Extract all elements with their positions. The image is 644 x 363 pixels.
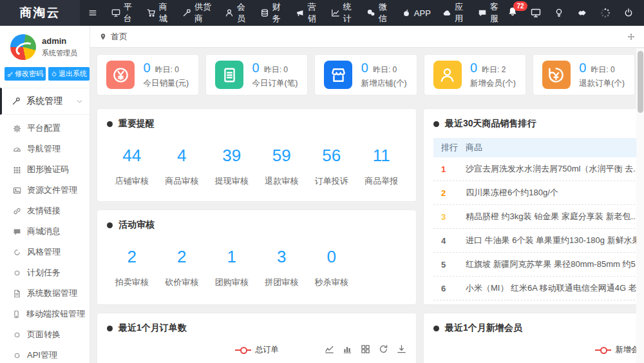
yen-refund-icon <box>542 61 571 89</box>
notification-bell-button[interactable]: 72 <box>507 6 518 19</box>
stat-card-value: 0 <box>252 61 260 75</box>
stat-card-value: 0 <box>143 61 150 75</box>
tachometer-icon <box>12 145 21 153</box>
sidebar-item-API管理[interactable]: API管理 <box>0 345 90 363</box>
doc-icon <box>215 61 243 89</box>
stat-团购审核[interactable]: 1团购审核 <box>207 247 256 288</box>
stat-value: 2 <box>107 247 156 267</box>
sidebar-group-system-management[interactable]: 系统管理 <box>0 88 90 115</box>
stat-card-新增店铺(个)[interactable]: 0昨日: 0新增店铺(个) <box>314 54 417 95</box>
sidebar-item-label: 风格管理 <box>27 246 61 258</box>
stat-value: 1 <box>207 247 256 267</box>
panel-activity-review: 活动审核 2拍卖审核2砍价审核1团购审核3拼团审核0秒杀审核 <box>97 210 417 305</box>
sidebar-item-导航管理[interactable]: 导航管理 <box>0 139 90 159</box>
top-nav-menu: 平台商城供货商会员财务营销统计微信APP应用客服 <box>106 0 507 26</box>
nav-item-comment[interactable]: 客服 <box>472 0 507 26</box>
circle-o-icon <box>12 269 21 277</box>
stat-label: 秒杀审核 <box>307 277 356 288</box>
nav-item-apple[interactable]: APP <box>396 0 437 26</box>
stat-提现审核[interactable]: 39提现审核 <box>207 146 256 187</box>
stat-拍卖审核[interactable]: 2拍卖审核 <box>107 247 156 288</box>
nav-item-cart[interactable]: 商城 <box>141 0 176 26</box>
tool-line-icon[interactable] <box>325 344 334 354</box>
rank-row-1[interactable]: 1沙宣去屑洗发水水润去屑750ml（水润平衡 去...6 <box>433 157 644 181</box>
rank-row-4[interactable]: 4进口 牛油果 6个装 单果重约130-180g 新鲜水果2 <box>433 229 644 253</box>
desktop-icon <box>111 8 120 17</box>
rank-row-6[interactable]: 6小米（MI） 红米6A 移动联通电信全网通4G 老...2 <box>433 277 644 300</box>
rank-row-3[interactable]: 3精品脐橙 约3kg装 铂金果 家庭分享装 新老包...3 <box>433 205 644 229</box>
power-icon[interactable] <box>623 8 634 18</box>
nav-item-chart-line[interactable]: 统计 <box>325 0 361 26</box>
stat-card-yesterday: 昨日: 0 <box>155 64 179 75</box>
stat-value: 4 <box>156 146 206 166</box>
stat-card-今日销量(元)[interactable]: 0昨日: 0今日销量(元) <box>97 54 199 95</box>
nav-item-user[interactable]: 会员 <box>219 0 254 26</box>
sidebar-item-label: 计划任务 <box>27 267 61 279</box>
stat-秒杀审核[interactable]: 0秒杀审核 <box>307 247 356 288</box>
stat-card-新增会员(个)[interactable]: 0昨日: 2新增会员(个) <box>424 54 526 95</box>
nav-item-wechat[interactable]: 微信 <box>361 0 396 26</box>
sidebar-item-平台配置[interactable]: 平台配置 <box>0 118 90 139</box>
wrench-icon <box>182 8 191 17</box>
sidebar-item-风格管理[interactable]: 风格管理 <box>0 242 90 262</box>
handshake-icon[interactable] <box>577 8 587 18</box>
sidebar-item-页面转换[interactable]: 页面转换 <box>0 324 90 345</box>
sidebar-item-计划任务[interactable]: 计划任务 <box>0 262 90 283</box>
nav-item-label: 应用 <box>455 1 466 25</box>
stat-card-退款订单(个)[interactable]: 0昨日: 0退款订单(个) <box>533 54 635 95</box>
nav-item-wrench[interactable]: 供货商 <box>176 0 219 26</box>
tool-download-icon[interactable] <box>397 344 406 354</box>
sidebar-item-图形验证码[interactable]: 图形验证码 <box>0 159 90 180</box>
tool-bar-icon[interactable] <box>343 344 352 354</box>
stat-商品举报[interactable]: 11商品举报 <box>356 146 406 187</box>
nav-item-marketing[interactable]: 营销 <box>290 0 325 26</box>
sidebar-item-系统数据管理[interactable]: 系统数据管理 <box>0 283 90 304</box>
sidebar-item-label: 商城消息 <box>27 226 61 237</box>
stat-拼团审核[interactable]: 3拼团审核 <box>256 247 306 288</box>
rank-number: 6 <box>441 284 466 293</box>
sidebar-item-资源文件管理[interactable]: 资源文件管理 <box>0 180 90 201</box>
nav-item-desktop[interactable]: 平台 <box>106 0 141 26</box>
scrollbar-track[interactable] <box>636 48 644 363</box>
user-avatar[interactable] <box>10 34 36 60</box>
logout-label: 退出系统 <box>59 69 87 79</box>
stat-订单投诉[interactable]: 56订单投诉 <box>307 146 356 187</box>
legend-total-orders[interactable]: 总订单 <box>235 344 279 355</box>
sidebar-item-label: 图形验证码 <box>27 164 69 175</box>
nav-item-cloud[interactable]: 应用 <box>437 0 472 26</box>
tool-refresh-icon[interactable] <box>379 344 388 354</box>
chart-line-icon <box>331 8 340 17</box>
sidebar-item-友情链接[interactable]: 友情链接 <box>0 201 90 221</box>
rank-row-2[interactable]: 2四川果冻橙6个约180g/个4 <box>433 181 644 205</box>
logout-button[interactable]: 退出系统 <box>48 67 90 81</box>
fullscreen-icon[interactable] <box>627 33 635 41</box>
scrollbar-thumb[interactable] <box>638 51 643 113</box>
tool-grid-icon[interactable] <box>361 344 370 354</box>
stat-店铺审核[interactable]: 44店铺审核 <box>107 146 156 187</box>
stat-砍价审核[interactable]: 2砍价审核 <box>156 247 206 288</box>
nav-item-finance[interactable]: 财务 <box>254 0 290 26</box>
sidebar-item-label: 移动端按钮管理 <box>26 308 85 320</box>
stat-商品审核[interactable]: 4商品审核 <box>156 146 206 187</box>
stat-label: 商品举报 <box>356 175 406 187</box>
sidebar-item-商城消息[interactable]: 商城消息 <box>0 221 90 242</box>
stat-value: 56 <box>307 146 356 166</box>
breadcrumb-home[interactable]: 首页 <box>111 31 128 43</box>
spinner-icon[interactable] <box>600 8 611 18</box>
rank-row-5[interactable]: 5红旗坡 新疆阿克苏苹果 果径80mm-85mm 约5...2 <box>433 253 644 277</box>
hamburger-menu-button[interactable] <box>80 0 106 26</box>
sales-ranking-table: 排行 商品 销量 1沙宣去屑洗发水水润去屑750ml（水润平衡 去...62四川… <box>433 138 644 300</box>
panel-important-reminders: 重要提醒 44店铺审核4商品审核39提现审核59退款审核56订单投诉11商品举报 <box>97 108 417 202</box>
stat-card-今日订单(笔)[interactable]: 0昨日: 0今日订单(笔) <box>205 54 308 95</box>
change-password-button[interactable]: 修改密码 <box>5 67 46 81</box>
bullet-icon <box>433 121 439 127</box>
bullet-icon <box>107 121 113 127</box>
bullet-icon <box>107 222 113 228</box>
gear-icon <box>12 124 21 133</box>
monitor-icon[interactable] <box>531 8 541 18</box>
sidebar-item-移动端按钮管理[interactable]: 移动端按钮管理 <box>0 304 90 324</box>
nav-item-label: 供货商 <box>194 1 213 25</box>
sidebar-item-label: API管理 <box>27 349 57 361</box>
lightbulb-icon[interactable] <box>554 8 564 18</box>
stat-退款审核[interactable]: 59退款审核 <box>256 146 306 187</box>
